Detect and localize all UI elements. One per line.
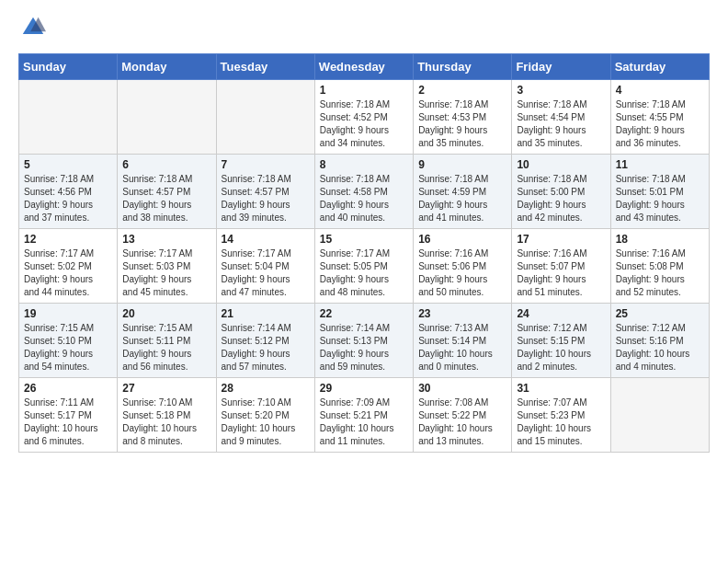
calendar-cell: 19Sunrise: 7:15 AM Sunset: 5:10 PM Dayli… bbox=[19, 304, 118, 378]
calendar-cell: 5Sunrise: 7:18 AM Sunset: 4:56 PM Daylig… bbox=[19, 155, 118, 229]
day-number: 24 bbox=[517, 307, 605, 320]
day-info: Sunrise: 7:18 AM Sunset: 4:56 PM Dayligh… bbox=[24, 173, 112, 224]
day-info: Sunrise: 7:07 AM Sunset: 5:23 PM Dayligh… bbox=[517, 396, 605, 448]
day-info: Sunrise: 7:17 AM Sunset: 5:02 PM Dayligh… bbox=[24, 247, 112, 299]
calendar-cell: 11Sunrise: 7:18 AM Sunset: 5:01 PM Dayli… bbox=[610, 155, 709, 229]
calendar-cell: 8Sunrise: 7:18 AM Sunset: 4:58 PM Daylig… bbox=[314, 155, 413, 229]
calendar-cell: 25Sunrise: 7:12 AM Sunset: 5:16 PM Dayli… bbox=[610, 304, 709, 378]
day-info: Sunrise: 7:10 AM Sunset: 5:20 PM Dayligh… bbox=[222, 396, 310, 448]
day-number: 21 bbox=[222, 307, 310, 320]
day-info: Sunrise: 7:17 AM Sunset: 5:05 PM Dayligh… bbox=[320, 247, 408, 299]
day-number: 7 bbox=[222, 158, 310, 171]
day-number: 31 bbox=[517, 382, 605, 395]
calendar-cell: 27Sunrise: 7:10 AM Sunset: 5:18 PM Dayli… bbox=[118, 378, 216, 453]
day-info: Sunrise: 7:14 AM Sunset: 5:13 PM Dayligh… bbox=[320, 322, 408, 373]
day-info: Sunrise: 7:16 AM Sunset: 5:07 PM Dayligh… bbox=[517, 247, 605, 299]
week-row-2: 5Sunrise: 7:18 AM Sunset: 4:56 PM Daylig… bbox=[19, 155, 710, 229]
calendar-cell: 10Sunrise: 7:18 AM Sunset: 5:00 PM Dayli… bbox=[512, 155, 610, 229]
day-info: Sunrise: 7:17 AM Sunset: 5:03 PM Dayligh… bbox=[122, 247, 210, 299]
day-info: Sunrise: 7:16 AM Sunset: 5:06 PM Dayligh… bbox=[418, 247, 506, 299]
day-number: 2 bbox=[418, 84, 506, 97]
weekday-header-sunday: Sunday bbox=[19, 54, 118, 80]
day-number: 29 bbox=[320, 382, 408, 395]
day-info: Sunrise: 7:18 AM Sunset: 4:57 PM Dayligh… bbox=[122, 173, 210, 224]
week-row-3: 12Sunrise: 7:17 AM Sunset: 5:02 PM Dayli… bbox=[19, 229, 710, 304]
calendar-cell: 13Sunrise: 7:17 AM Sunset: 5:03 PM Dayli… bbox=[118, 229, 216, 304]
day-number: 28 bbox=[222, 382, 310, 395]
day-number: 30 bbox=[418, 382, 506, 395]
calendar-cell: 31Sunrise: 7:07 AM Sunset: 5:23 PM Dayli… bbox=[512, 378, 610, 453]
day-info: Sunrise: 7:18 AM Sunset: 4:57 PM Dayligh… bbox=[222, 173, 310, 224]
day-info: Sunrise: 7:18 AM Sunset: 4:52 PM Dayligh… bbox=[320, 98, 408, 150]
calendar-cell: 28Sunrise: 7:10 AM Sunset: 5:20 PM Dayli… bbox=[216, 378, 314, 453]
weekday-header-thursday: Thursday bbox=[414, 54, 512, 80]
day-number: 14 bbox=[222, 233, 310, 246]
day-number: 1 bbox=[320, 84, 408, 97]
day-number: 5 bbox=[24, 158, 112, 171]
day-info: Sunrise: 7:10 AM Sunset: 5:18 PM Dayligh… bbox=[122, 396, 210, 448]
week-row-5: 26Sunrise: 7:11 AM Sunset: 5:17 PM Dayli… bbox=[19, 378, 710, 453]
day-info: Sunrise: 7:13 AM Sunset: 5:14 PM Dayligh… bbox=[418, 322, 506, 373]
calendar-cell: 12Sunrise: 7:17 AM Sunset: 5:02 PM Dayli… bbox=[19, 229, 118, 304]
day-info: Sunrise: 7:09 AM Sunset: 5:21 PM Dayligh… bbox=[320, 396, 408, 448]
day-number: 18 bbox=[616, 233, 704, 246]
day-number: 17 bbox=[517, 233, 605, 246]
day-number: 22 bbox=[320, 307, 408, 320]
weekday-header-row: SundayMondayTuesdayWednesdayThursdayFrid… bbox=[19, 54, 710, 80]
calendar-cell: 26Sunrise: 7:11 AM Sunset: 5:17 PM Dayli… bbox=[19, 378, 118, 453]
calendar-cell: 4Sunrise: 7:18 AM Sunset: 4:55 PM Daylig… bbox=[610, 80, 709, 155]
week-row-1: 1Sunrise: 7:18 AM Sunset: 4:52 PM Daylig… bbox=[19, 80, 710, 155]
day-number: 12 bbox=[24, 233, 112, 246]
calendar-cell: 16Sunrise: 7:16 AM Sunset: 5:06 PM Dayli… bbox=[414, 229, 512, 304]
day-info: Sunrise: 7:15 AM Sunset: 5:10 PM Dayligh… bbox=[24, 322, 112, 373]
day-number: 16 bbox=[418, 233, 506, 246]
week-row-4: 19Sunrise: 7:15 AM Sunset: 5:10 PM Dayli… bbox=[19, 304, 710, 378]
calendar-cell: 23Sunrise: 7:13 AM Sunset: 5:14 PM Dayli… bbox=[414, 304, 512, 378]
calendar-cell: 7Sunrise: 7:18 AM Sunset: 4:57 PM Daylig… bbox=[216, 155, 314, 229]
day-info: Sunrise: 7:12 AM Sunset: 5:16 PM Dayligh… bbox=[616, 322, 704, 373]
calendar-cell bbox=[118, 80, 216, 155]
calendar-cell: 2Sunrise: 7:18 AM Sunset: 4:53 PM Daylig… bbox=[414, 80, 512, 155]
day-info: Sunrise: 7:18 AM Sunset: 4:55 PM Dayligh… bbox=[616, 98, 704, 150]
day-number: 11 bbox=[616, 158, 704, 171]
day-info: Sunrise: 7:16 AM Sunset: 5:08 PM Dayligh… bbox=[616, 247, 704, 299]
day-number: 3 bbox=[517, 84, 605, 97]
day-info: Sunrise: 7:11 AM Sunset: 5:17 PM Dayligh… bbox=[24, 396, 112, 448]
calendar-cell: 29Sunrise: 7:09 AM Sunset: 5:21 PM Dayli… bbox=[314, 378, 413, 453]
calendar-cell: 22Sunrise: 7:14 AM Sunset: 5:13 PM Dayli… bbox=[314, 304, 413, 378]
calendar-cell: 17Sunrise: 7:16 AM Sunset: 5:07 PM Dayli… bbox=[512, 229, 610, 304]
calendar-cell: 6Sunrise: 7:18 AM Sunset: 4:57 PM Daylig… bbox=[118, 155, 216, 229]
calendar-cell: 24Sunrise: 7:12 AM Sunset: 5:15 PM Dayli… bbox=[512, 304, 610, 378]
calendar-cell: 3Sunrise: 7:18 AM Sunset: 4:54 PM Daylig… bbox=[512, 80, 610, 155]
day-number: 9 bbox=[418, 158, 506, 171]
calendar-cell: 21Sunrise: 7:14 AM Sunset: 5:12 PM Dayli… bbox=[216, 304, 314, 378]
day-number: 8 bbox=[320, 158, 408, 171]
day-info: Sunrise: 7:18 AM Sunset: 4:54 PM Dayligh… bbox=[517, 98, 605, 150]
day-number: 13 bbox=[122, 233, 210, 246]
calendar-cell: 18Sunrise: 7:16 AM Sunset: 5:08 PM Dayli… bbox=[610, 229, 709, 304]
calendar-cell bbox=[216, 80, 314, 155]
weekday-header-tuesday: Tuesday bbox=[216, 54, 314, 80]
day-number: 15 bbox=[320, 233, 408, 246]
calendar-cell bbox=[19, 80, 118, 155]
day-info: Sunrise: 7:18 AM Sunset: 5:01 PM Dayligh… bbox=[616, 173, 704, 224]
logo bbox=[18, 15, 46, 44]
day-number: 27 bbox=[122, 382, 210, 395]
logo-icon bbox=[20, 15, 46, 40]
calendar-cell: 14Sunrise: 7:17 AM Sunset: 5:04 PM Dayli… bbox=[216, 229, 314, 304]
day-info: Sunrise: 7:18 AM Sunset: 4:53 PM Dayligh… bbox=[418, 98, 506, 150]
weekday-header-wednesday: Wednesday bbox=[314, 54, 413, 80]
day-number: 10 bbox=[517, 158, 605, 171]
day-number: 19 bbox=[24, 307, 112, 320]
day-info: Sunrise: 7:15 AM Sunset: 5:11 PM Dayligh… bbox=[122, 322, 210, 373]
day-number: 20 bbox=[122, 307, 210, 320]
day-number: 4 bbox=[616, 84, 704, 97]
calendar-cell: 15Sunrise: 7:17 AM Sunset: 5:05 PM Dayli… bbox=[314, 229, 413, 304]
weekday-header-saturday: Saturday bbox=[610, 54, 709, 80]
calendar-cell: 1Sunrise: 7:18 AM Sunset: 4:52 PM Daylig… bbox=[314, 80, 413, 155]
day-info: Sunrise: 7:17 AM Sunset: 5:04 PM Dayligh… bbox=[222, 247, 310, 299]
calendar-cell: 30Sunrise: 7:08 AM Sunset: 5:22 PM Dayli… bbox=[414, 378, 512, 453]
day-info: Sunrise: 7:18 AM Sunset: 4:58 PM Dayligh… bbox=[320, 173, 408, 224]
day-info: Sunrise: 7:14 AM Sunset: 5:12 PM Dayligh… bbox=[222, 322, 310, 373]
calendar-cell: 20Sunrise: 7:15 AM Sunset: 5:11 PM Dayli… bbox=[118, 304, 216, 378]
